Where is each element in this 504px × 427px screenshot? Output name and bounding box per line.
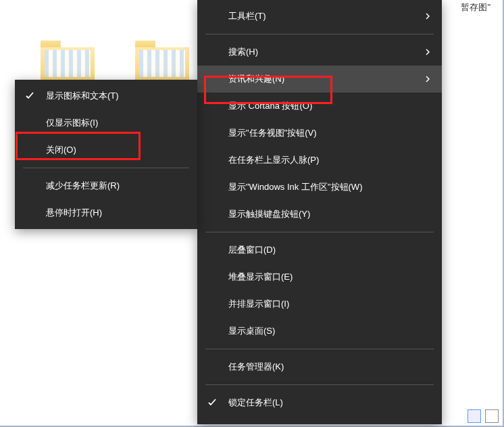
menu-item-show-desktop[interactable]: 显示桌面(S) bbox=[197, 318, 442, 345]
menu-item-label: 在任务栏上显示人脉(P) bbox=[228, 154, 319, 166]
folder-icon[interactable] bbox=[41, 41, 95, 81]
top-text-fragment: 暂存图" bbox=[461, 1, 490, 14]
submenu-item-close[interactable]: 关闭(O) bbox=[15, 136, 197, 164]
menu-item-label: 仅显示图标(I) bbox=[46, 117, 98, 129]
chevron-right-icon bbox=[423, 74, 432, 84]
submenu-item-icon-and-text[interactable]: 显示图标和文本(T) bbox=[15, 82, 197, 109]
menu-item-search[interactable]: 搜索(H) bbox=[197, 39, 442, 66]
menu-item-label: 工具栏(T) bbox=[228, 10, 266, 22]
news-interests-submenu: 显示图标和文本(T) 仅显示图标(I) 关闭(O) 减少任务栏更新(R) 悬停时… bbox=[15, 80, 197, 229]
menu-item-label: 显示 Cortana 按钮(O) bbox=[228, 100, 312, 112]
menu-item-label: 显示图标和文本(T) bbox=[46, 90, 119, 102]
separator bbox=[205, 232, 434, 232]
menu-item-cascade[interactable]: 层叠窗口(D) bbox=[197, 236, 442, 263]
menu-item-side-by-side[interactable]: 并排显示窗口(I) bbox=[197, 291, 442, 318]
menu-item-label: 显示触摸键盘按钮(Y) bbox=[228, 208, 310, 220]
submenu-item-open-on-hover[interactable]: 悬停时打开(H) bbox=[15, 199, 197, 226]
menu-item-stacked[interactable]: 堆叠显示窗口(E) bbox=[197, 263, 442, 291]
separator bbox=[205, 34, 434, 34]
menu-item-task-manager[interactable]: 任务管理器(K) bbox=[197, 353, 442, 380]
menu-item-people[interactable]: 在任务栏上显示人脉(P) bbox=[197, 147, 442, 174]
menu-item-touch-keyboard[interactable]: 显示触摸键盘按钮(Y) bbox=[197, 201, 442, 228]
view-icon[interactable] bbox=[485, 409, 499, 423]
submenu-item-reduce-updates[interactable]: 减少任务栏更新(R) bbox=[15, 172, 197, 199]
menu-item-label: 悬停时打开(H) bbox=[46, 207, 102, 219]
check-icon bbox=[207, 397, 218, 408]
menu-item-label: 堆叠显示窗口(E) bbox=[228, 271, 293, 283]
view-icon[interactable] bbox=[468, 409, 481, 423]
menu-item-windows-ink[interactable]: 显示"Windows Ink 工作区"按钮(W) bbox=[197, 174, 442, 201]
menu-item-label: 减少任务栏更新(R) bbox=[46, 180, 120, 192]
chevron-right-icon bbox=[423, 47, 432, 57]
menu-item-label: 显示桌面(S) bbox=[228, 325, 275, 337]
chevron-right-icon bbox=[423, 11, 432, 21]
menu-item-label: 锁定任务栏(L) bbox=[228, 397, 283, 409]
menu-item-label: 层叠窗口(D) bbox=[228, 244, 276, 256]
submenu-item-icon-only[interactable]: 仅显示图标(I) bbox=[15, 109, 197, 136]
menu-item-label: 显示"Windows Ink 工作区"按钮(W) bbox=[228, 181, 362, 193]
taskbar-context-menu: 工具栏(T) 搜索(H) 资讯和兴趣(N) 显示 Cortana 按钮(O) 显… bbox=[197, 0, 442, 424]
menu-item-toolbars[interactable]: 工具栏(T) bbox=[197, 3, 442, 30]
menu-item-label: 显示"任务视图"按钮(V) bbox=[228, 127, 317, 139]
separator bbox=[205, 384, 434, 385]
menu-item-label: 搜索(H) bbox=[228, 46, 258, 58]
check-icon bbox=[24, 91, 35, 101]
view-mode-icons bbox=[468, 409, 499, 423]
menu-item-label: 关闭(O) bbox=[46, 144, 76, 156]
folder-icon[interactable] bbox=[135, 41, 189, 81]
separator bbox=[23, 168, 189, 168]
separator bbox=[205, 349, 434, 349]
menu-item-cortana[interactable]: 显示 Cortana 按钮(O) bbox=[197, 93, 442, 120]
menu-item-label: 任务管理器(K) bbox=[228, 361, 284, 373]
menu-item-lock-taskbar[interactable]: 锁定任务栏(L) bbox=[197, 389, 442, 416]
menu-item-label: 资讯和兴趣(N) bbox=[228, 73, 284, 85]
menu-item-label: 并排显示窗口(I) bbox=[228, 298, 289, 310]
menu-item-task-view[interactable]: 显示"任务视图"按钮(V) bbox=[197, 120, 442, 147]
menu-item-news-interests[interactable]: 资讯和兴趣(N) bbox=[197, 66, 442, 93]
